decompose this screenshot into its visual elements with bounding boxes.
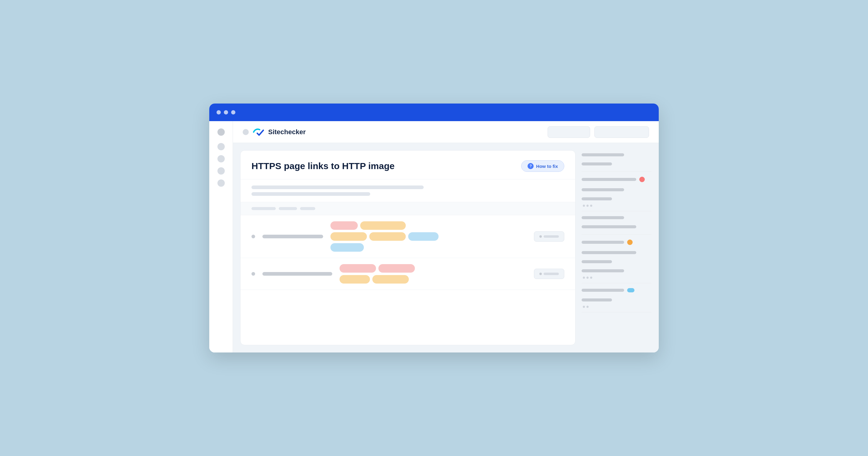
sidebar-dots-2 <box>582 205 651 207</box>
table-row <box>241 258 575 290</box>
tag-orange-3 <box>369 232 406 241</box>
logo-area: Sitechecker <box>243 127 306 137</box>
sidebar-group-4 <box>582 238 651 283</box>
desc-line-1 <box>251 186 424 189</box>
action-dot-1 <box>539 235 542 238</box>
sidebar-badge-blue <box>627 288 634 292</box>
card-title: HTTPS page links to HTTP image <box>251 161 395 171</box>
sidebar-badge-orange <box>627 239 632 245</box>
sidebar-line-1-1 <box>582 153 624 156</box>
sidebar-item-5-2 <box>582 297 651 303</box>
sidebar-line-4-3 <box>582 260 612 263</box>
sidebar-badge-red <box>639 177 645 182</box>
browser-dots <box>217 110 236 115</box>
filter-pill-2[interactable] <box>279 207 297 210</box>
browser-dot-2 <box>224 110 228 115</box>
filter-pill-3[interactable] <box>300 207 315 210</box>
action-line-1 <box>544 235 559 238</box>
nav-buttons <box>548 126 649 138</box>
main-card: HTTPS page links to HTTP image ? How to … <box>240 150 576 345</box>
tag-pink-2 <box>340 264 376 273</box>
sidebar-item-4-3 <box>582 258 651 265</box>
filter-pill-1[interactable] <box>251 207 276 210</box>
sidebar-group-1 <box>582 152 651 172</box>
sidebar-line-2-3 <box>582 197 612 200</box>
row-url-2 <box>262 272 332 276</box>
sidebar-group-2 <box>582 175 651 211</box>
content-panel: HTTPS page links to HTTP image ? How to … <box>233 143 659 353</box>
how-to-fix-label: How to fix <box>536 164 558 169</box>
sidebar-item-3-1 <box>582 214 651 221</box>
main-area: Sitechecker HTTPS page links to HTTP ima… <box>233 121 659 353</box>
tag-orange-5 <box>372 275 409 284</box>
sidebar-line-2-2 <box>582 188 624 191</box>
sidebar-dots-4 <box>582 276 651 279</box>
browser-dot-3 <box>231 110 236 115</box>
sidebar-tiny-dot-1 <box>583 205 585 207</box>
row-url-1 <box>262 235 323 238</box>
sidebar-line-3-1 <box>582 216 624 219</box>
sidebar-tiny-dot-6 <box>590 276 592 279</box>
sidebar-item-4-2 <box>582 249 651 256</box>
sidebar-tiny-dot-7 <box>583 306 585 308</box>
row-icon-1 <box>251 235 255 238</box>
sidebar-tiny-dot-8 <box>586 306 589 308</box>
sidebar-item-3-2 <box>582 223 651 230</box>
card-header: HTTPS page links to HTTP image ? How to … <box>241 151 575 180</box>
sidebar-item-2-3 <box>582 196 651 202</box>
sidebar-nav-item-4[interactable] <box>217 180 225 187</box>
sidebar-tiny-dot-3 <box>590 205 592 207</box>
sidebar-nav-item-2[interactable] <box>217 155 225 162</box>
sidebar-line-4-2 <box>582 251 636 254</box>
logo-avatar-dot <box>243 129 249 135</box>
tag-orange-1 <box>360 221 406 230</box>
sidebar-tiny-dot-2 <box>586 205 589 207</box>
sidebar-item-4-1 <box>582 238 651 247</box>
sidebar-item-5-1 <box>582 286 651 294</box>
sidebar-line-4-4 <box>582 269 624 272</box>
sidebar-avatar <box>217 128 225 136</box>
table-row <box>241 215 575 258</box>
sidebar-item-1-2 <box>582 161 651 167</box>
card-description <box>241 180 575 202</box>
sidebar-nav-item-1[interactable] <box>217 143 225 150</box>
browser-window: Sitechecker HTTPS page links to HTTP ima… <box>209 103 659 353</box>
tag-orange-4 <box>340 275 370 284</box>
sidebar-nav-item-3[interactable] <box>217 167 225 174</box>
sidebar-line-5-2 <box>582 298 612 301</box>
tag-orange-2 <box>331 232 367 241</box>
tag-blue-1 <box>408 232 439 241</box>
sidebar-line-4-1 <box>582 241 624 244</box>
nav-button-1[interactable] <box>548 126 590 138</box>
sidebar-tiny-dot-4 <box>583 276 585 279</box>
left-sidebar <box>209 121 233 353</box>
sidebar-line-5-1 <box>582 289 624 292</box>
sidebar-tiny-dot-5 <box>586 276 589 279</box>
sidebar-line-2-1 <box>582 178 636 181</box>
row-action-button-2[interactable] <box>534 269 564 279</box>
desc-line-2 <box>251 192 370 196</box>
sitechecker-logo-icon <box>252 127 265 137</box>
browser-content: Sitechecker HTTPS page links to HTTP ima… <box>209 121 659 353</box>
row-action-button-1[interactable] <box>534 231 564 242</box>
filter-row <box>241 202 575 215</box>
sidebar-line-3-2 <box>582 225 636 228</box>
action-dot-2 <box>539 273 542 275</box>
question-icon: ? <box>528 163 534 169</box>
sidebar-item-4-4 <box>582 267 651 274</box>
sidebar-item-2-1 <box>582 175 651 184</box>
logo-text: Sitechecker <box>268 128 306 136</box>
tag-pink-1 <box>331 221 358 230</box>
row-tags-1 <box>331 221 527 252</box>
sidebar-group-3 <box>582 214 651 235</box>
sidebar-group-5 <box>582 286 651 313</box>
sidebar-line-1-2 <box>582 162 612 165</box>
browser-titlebar <box>209 103 659 121</box>
row-icon-2 <box>251 272 255 276</box>
browser-dot-1 <box>217 110 221 115</box>
how-to-fix-button[interactable]: ? How to fix <box>521 160 564 172</box>
sidebar-item-1-1 <box>582 152 651 158</box>
top-nav: Sitechecker <box>233 121 659 143</box>
nav-button-2[interactable] <box>594 126 649 138</box>
tag-pink-3 <box>378 264 415 273</box>
